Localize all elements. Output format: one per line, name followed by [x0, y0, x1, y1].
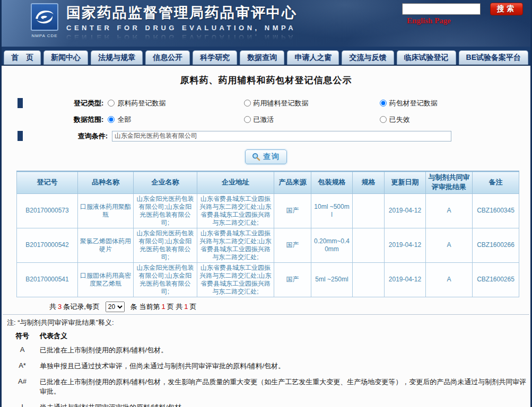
site-title-block: 国家药品监督管理局药品审评中心 CENTER FOR DRUG EVALUATI…	[66, 3, 297, 41]
cell-updated: 2019-04-12	[385, 262, 426, 297]
pagination-text: 条 当前第	[130, 302, 160, 312]
radio-active[interactable]	[244, 116, 251, 123]
logo-swoosh-icon	[33, 8, 56, 26]
record-count: 3	[58, 303, 62, 311]
scope-label: 数据范围:	[16, 115, 108, 125]
pagination-text: 条记录,每页	[63, 302, 100, 312]
radio-expired[interactable]	[380, 116, 387, 123]
nav-tab-be-platform[interactable]: BE试验备案平台	[459, 50, 529, 65]
nav-tab-applicant[interactable]: 申请人之窗	[287, 50, 339, 65]
cell-source: 国产	[274, 193, 311, 228]
radio-option-excipient[interactable]: 药用辅料登记数据	[244, 99, 380, 108]
note-item: A* 单独申报且已通过技术审评，但尚未通过与制剂共同审评审批的原料/辅料/包材。	[5, 358, 527, 374]
note-item: A 已批准在上市制剂使用的原料/辅料/包材。	[5, 342, 527, 358]
note-symbol: A*	[5, 361, 40, 371]
main-content: 原料药、药用辅料和药包材登记信息公示 登记类型: 原料药登记数据 药用辅料登记数…	[2, 66, 530, 407]
form-row-query: 查询条件:	[16, 128, 516, 144]
site-header: NMPA CDE 国家药品监督管理局药品审评中心 CENTER FOR DRUG…	[2, 0, 530, 47]
nmpa-cde-logo-icon[interactable]	[31, 3, 58, 31]
cell-reg-no: B20170000541	[17, 262, 78, 297]
main-nav: 首 页 新闻中心 法规与规章 信息公开 科学研究 数据查询 申请人之窗 交流与反…	[2, 47, 530, 66]
logo-caption: NMPA CDE	[27, 33, 62, 38]
cell-spec	[353, 193, 385, 228]
nav-tab-home[interactable]: 首 页	[4, 50, 41, 65]
cell-source: 国产	[274, 228, 311, 262]
pagination: 共 3 条记录,每页 20 条 当前第 1 页 共 1 页	[49, 302, 530, 312]
title-reflection: CENTER FOR DRUG EVALUATION, NMPA	[66, 33, 297, 41]
current-page: 1	[161, 303, 165, 311]
radio-packaging[interactable]	[380, 100, 387, 107]
cell-result: A	[426, 262, 473, 297]
cell-company: 山东金阳光医药包装有限公司;山东金阳光医药包装有限公司;	[134, 228, 197, 262]
note-item: A# 已批准在上市制剂使用的原料/辅料/包材，发生影响产品质量的重大变更（如生产…	[5, 374, 527, 400]
col-updated: 更新日期	[385, 171, 426, 193]
english-page-link[interactable]: English Page	[407, 16, 451, 25]
notes-header: 符号 代表含义	[5, 330, 527, 342]
col-source: 产品来源	[274, 171, 311, 193]
cell-updated: 2019-04-12	[385, 193, 426, 228]
note-meaning: 已批准在上市制剂使用的原料/辅料/包材，发生影响产品质量的重大变更（如生产工艺发…	[40, 377, 527, 396]
col-result: 与制剂共同审评审批结果	[426, 171, 473, 193]
symbol-column-header: 符号	[5, 331, 40, 341]
cell-company: 山东金阳光医药包装有限公司;山东金阳光医药包装有限公司;	[134, 262, 197, 297]
page-size-select[interactable]: 20	[106, 302, 125, 312]
cell-reg-no: B20170000542	[17, 228, 78, 262]
col-package: 包装规格	[311, 171, 353, 193]
note-symbol: I	[5, 403, 40, 407]
form-row-scope: 数据范围: 全部 已激活 已失效	[16, 111, 516, 128]
form-row-type: 登记类型: 原料药登记数据 药用辅料登记数据 药包材登记数据	[16, 95, 516, 111]
cell-spec	[353, 228, 385, 262]
site-title-english: CENTER FOR DRUG EVALUATION, NMPA	[66, 24, 297, 32]
type-label: 登记类型:	[16, 99, 108, 108]
header-search-area: 搜索	[402, 3, 523, 15]
nav-tab-data-query[interactable]: 数据查询	[240, 50, 284, 65]
query-condition-label: 查询条件:	[16, 131, 112, 141]
nav-tab-info-disclosure[interactable]: 信息公开	[145, 50, 190, 65]
page-title: 原料药、药用辅料和药包材登记信息公示	[2, 66, 530, 93]
cell-package: 0.20mm~0.40mm	[311, 228, 353, 262]
query-condition-input[interactable]	[112, 131, 451, 141]
nav-tab-regulations[interactable]: 法规与规章	[91, 50, 143, 65]
pagination-text: 页	[190, 302, 197, 312]
radio-option-all[interactable]: 全部	[108, 115, 243, 125]
header-search-button[interactable]: 搜索	[490, 3, 523, 15]
header-search-input[interactable]	[402, 3, 481, 15]
cell-remark: CBZ1600265	[473, 262, 519, 297]
row-marker	[18, 131, 23, 141]
table-row: B20170000542 聚氯乙烯固体药用硬片 山东金阳光医药包装有限公司;山东…	[17, 228, 519, 262]
cell-address: 山东省费县城东工业园振兴路与东二路交汇处;山东省费县城东工业园振兴路与东二路交汇…	[197, 262, 274, 297]
nav-tab-clinical-trial[interactable]: 临床试验登记	[397, 50, 456, 65]
page: NMPA CDE 国家药品监督管理局药品审评中心 CENTER FOR DRUG…	[0, 0, 532, 407]
col-spec: 规格	[353, 171, 385, 193]
col-company: 企业名称	[134, 171, 197, 193]
nav-tab-feedback[interactable]: 交流与反馈	[342, 50, 394, 65]
nav-tab-research[interactable]: 科学研究	[193, 50, 237, 65]
cell-product: 口服液体药用聚酯瓶	[78, 193, 134, 228]
cell-result: A	[426, 228, 473, 262]
radio-option-api[interactable]: 原料药登记数据	[108, 99, 243, 108]
radio-option-active[interactable]: 已激活	[244, 115, 380, 125]
note-symbol: A#	[5, 377, 40, 396]
radio-api[interactable]	[108, 100, 115, 107]
nav-tab-news[interactable]: 新闻中心	[43, 50, 88, 65]
cell-package: 10ml ~500ml	[311, 193, 353, 228]
cell-remark: CBZ1600345	[473, 193, 519, 228]
cell-remark: CBZ1600266	[473, 228, 519, 262]
table-header-row: 登记号 品种名称 企业名称 企业地址 产品来源 包装规格 规格 更新日期 与制剂…	[17, 171, 519, 193]
row-marker	[18, 98, 23, 108]
magnifier-icon	[252, 153, 260, 161]
radio-excipient[interactable]	[244, 100, 251, 107]
registration-table: 登记号 品种名称 企业名称 企业地址 产品来源 包装规格 规格 更新日期 与制剂…	[16, 171, 519, 297]
notes-title: 注: “与制剂共同审评审批结果”释义:	[5, 317, 527, 330]
radio-option-expired[interactable]: 已失效	[380, 115, 516, 125]
cell-company: 山东金阳光医药包装有限公司;山东金阳光医药包装有限公司;	[134, 193, 197, 228]
table-row: B20170000573 口服液体药用聚酯瓶 山东金阳光医药包装有限公司;山东金…	[17, 193, 519, 228]
pagination-text: 页 共	[167, 302, 183, 312]
note-meaning: 已批准在上市制剂使用的原料/辅料/包材。	[40, 346, 527, 355]
radio-all[interactable]	[108, 116, 115, 123]
radio-option-packaging[interactable]: 药包材登记数据	[380, 99, 516, 108]
query-submit-button[interactable]: 查询	[245, 149, 287, 164]
col-product: 品种名称	[78, 171, 134, 193]
pagination-text: 共	[49, 302, 56, 312]
note-meaning: 单独申报且已通过技术审评，但尚未通过与制剂共同审评审批的原料/辅料/包材。	[40, 361, 527, 371]
